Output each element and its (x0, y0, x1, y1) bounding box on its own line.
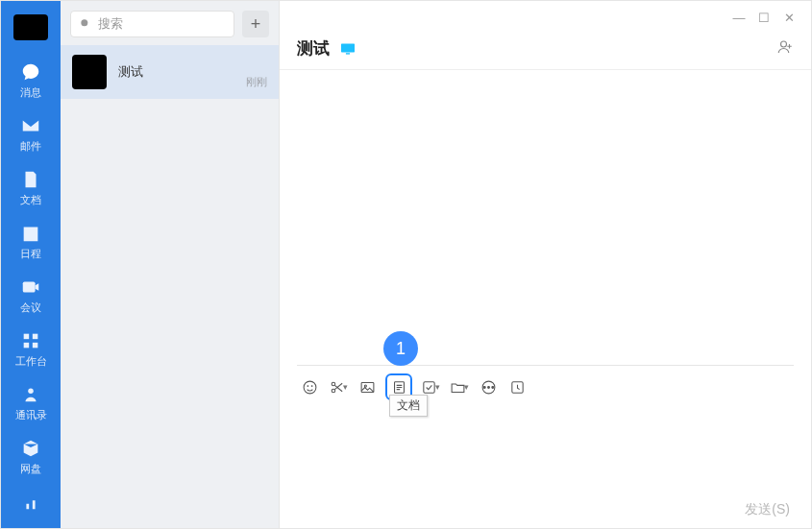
input-area: 1 ▾ ▾ ▾ 文档 发送(S) (297, 365, 794, 528)
editor-toolbar: 1 ▾ ▾ ▾ 文档 (297, 366, 794, 408)
nav-label: 工作台 (15, 354, 47, 369)
window-maximize[interactable]: ☐ (751, 11, 776, 25)
svg-point-9 (781, 41, 787, 47)
dots-icon (480, 379, 497, 396)
search-icon (79, 17, 92, 31)
message-area (280, 69, 811, 365)
document-icon (391, 379, 407, 396)
svg-rect-3 (24, 343, 30, 349)
contacts-icon (20, 384, 41, 405)
svg-rect-2 (33, 334, 38, 340)
nav-label: 消息 (20, 85, 41, 100)
nav-calendar[interactable]: 日程 (20, 223, 41, 261)
new-chat-button[interactable]: + (242, 11, 269, 37)
add-member-button[interactable] (776, 38, 794, 60)
nav-label: 通讯录 (15, 408, 47, 422)
chat-header: 测试 (280, 34, 811, 69)
svg-point-11 (308, 385, 308, 386)
app-window: 消息 邮件 文档 日程 会议 工作台 通讯录 网盘 (0, 0, 812, 529)
chat-pane: — ☐ ✕ 测试 1 ▾ ▾ ▾ 文档 (280, 1, 811, 528)
nav-meeting[interactable]: 会议 (20, 277, 41, 315)
nav-messages[interactable]: 消息 (20, 61, 41, 100)
conversation-item[interactable]: 测试 刚刚 (61, 45, 279, 99)
svg-point-10 (304, 381, 316, 394)
svg-rect-18 (424, 381, 434, 392)
svg-rect-8 (346, 53, 350, 54)
conversation-time: 刚刚 (246, 75, 267, 89)
search-input[interactable]: 搜索 (70, 11, 234, 37)
svg-point-6 (81, 19, 87, 26)
window-minimize[interactable]: — (726, 11, 751, 25)
nav-docs[interactable]: 文档 (20, 169, 41, 207)
window-close[interactable]: ✕ (776, 11, 801, 25)
conversation-info: 测试 (118, 63, 246, 81)
chevron-down-icon: ▾ (464, 382, 469, 392)
conversation-title: 测试 (118, 63, 246, 81)
monitor-icon[interactable] (339, 42, 357, 56)
docs-icon (20, 169, 41, 190)
svg-rect-7 (341, 43, 355, 52)
image-button[interactable] (357, 376, 378, 397)
send-button[interactable]: 发送(S) (745, 501, 790, 518)
tooltip: 文档 (389, 395, 428, 417)
history-button[interactable] (506, 376, 528, 397)
svg-rect-0 (23, 282, 36, 293)
search-row: 搜索 + (61, 1, 279, 45)
svg-point-12 (311, 385, 312, 386)
chevron-down-icon: ▾ (343, 382, 348, 392)
svg-point-19 (483, 386, 485, 388)
svg-point-21 (491, 386, 493, 388)
nav-label: 日程 (20, 247, 41, 261)
screenshot-button[interactable]: ▾ (328, 376, 349, 397)
more-button[interactable] (478, 376, 499, 397)
svg-point-14 (332, 382, 335, 386)
svg-point-5 (28, 389, 34, 395)
step-callout: 1 (383, 331, 418, 366)
smile-icon (302, 379, 318, 396)
search-placeholder: 搜索 (98, 15, 123, 33)
svg-point-20 (487, 386, 489, 388)
chat-title: 测试 (297, 37, 330, 60)
chevron-down-icon: ▾ (435, 382, 440, 392)
nav-mail[interactable]: 邮件 (20, 115, 41, 154)
sidebar-nav: 消息 邮件 文档 日程 会议 工作台 通讯录 网盘 (1, 1, 61, 528)
nav-label: 邮件 (20, 139, 41, 154)
window-titlebar: — ☐ ✕ (280, 1, 811, 34)
nav-label: 网盘 (20, 462, 41, 476)
calendar-icon (20, 223, 41, 244)
svg-rect-1 (24, 334, 30, 340)
cube-icon (20, 438, 41, 459)
send-row: 发送(S) (297, 495, 794, 528)
mail-icon (20, 115, 41, 136)
nav-label: 会议 (20, 301, 41, 315)
grid-icon (20, 330, 41, 351)
svg-point-13 (332, 389, 335, 393)
add-user-icon (776, 38, 794, 56)
clock-icon (509, 379, 526, 396)
message-input[interactable] (297, 408, 794, 495)
emoji-button[interactable] (299, 376, 320, 397)
folder-button[interactable]: ▾ (449, 376, 470, 397)
nav-label: 文档 (20, 193, 41, 207)
nav-more[interactable] (20, 492, 41, 513)
nav-workbench[interactable]: 工作台 (15, 330, 47, 369)
conversation-list-pane: 搜索 + 测试 刚刚 (61, 1, 280, 528)
conversation-avatar (72, 55, 107, 89)
image-icon (359, 379, 376, 396)
nav-contacts[interactable]: 通讯录 (15, 384, 47, 422)
user-avatar[interactable] (13, 14, 48, 40)
nav-drive[interactable]: 网盘 (20, 438, 41, 476)
chat-bubble-icon (20, 61, 41, 83)
meeting-icon (20, 277, 41, 298)
more-icon (20, 492, 41, 513)
svg-rect-4 (33, 343, 38, 349)
